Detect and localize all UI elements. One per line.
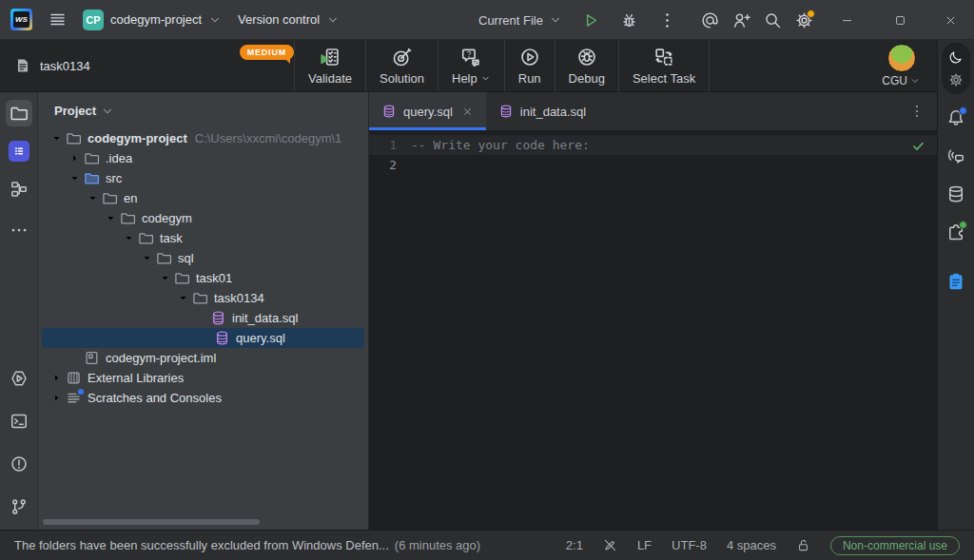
tree-item-path: C:\Users\xxcmi\codegym\1: [195, 131, 342, 145]
item-badge: [78, 389, 84, 395]
file-writable-icon[interactable]: [796, 538, 810, 552]
editor-tab-query.sql[interactable]: query.sql: [369, 92, 486, 130]
window-minimize-button[interactable]: [834, 8, 859, 32]
code-with-me-icon[interactable]: [701, 11, 719, 29]
settings-button[interactable]: [795, 11, 813, 29]
project-panel-header[interactable]: Project: [38, 92, 368, 128]
chevron-down-icon[interactable]: [84, 191, 102, 205]
run-button[interactable]: Run: [505, 40, 555, 91]
tree-item-label: src: [106, 171, 122, 185]
run-icon[interactable]: [582, 11, 600, 29]
license-badge[interactable]: Non-commercial use: [830, 536, 960, 555]
vcs-widget[interactable]: Version control: [238, 12, 340, 27]
left-tool-strip: [0, 92, 38, 530]
chevron-right-icon[interactable]: [48, 391, 66, 405]
tree-item-codegym[interactable]: codegym: [38, 208, 368, 228]
tree-item-en[interactable]: en: [38, 188, 368, 208]
user-menu[interactable]: CGU: [882, 44, 921, 87]
invite-user-icon[interactable]: [732, 11, 750, 29]
line-number: 2: [369, 155, 411, 175]
tree-item-codegym-project[interactable]: codegym-projectC:\Users\xxcmi\codegym\1: [38, 128, 368, 148]
dropdown-chevron-icon: [480, 73, 491, 84]
editor-tab-init_data.sql[interactable]: init_data.sql: [486, 92, 598, 130]
file-encoding[interactable]: UTF-8: [672, 538, 707, 552]
chevron-right-icon[interactable]: [48, 371, 66, 385]
run-icon: [519, 47, 540, 68]
close-icon: [945, 14, 957, 27]
maximize-icon: [894, 14, 906, 27]
clipboard-icon: [946, 272, 965, 291]
highlighting-off-icon[interactable]: [603, 538, 617, 552]
tree-item-label: task01: [196, 271, 232, 285]
chevron-down-icon[interactable]: [174, 291, 192, 305]
caret-position[interactable]: 2:1: [566, 538, 583, 552]
task-description-button[interactable]: [946, 272, 965, 291]
database-tool-button[interactable]: [946, 184, 965, 203]
button-label: Debug: [569, 71, 605, 86]
main-menu-icon[interactable]: [49, 10, 67, 29]
tree-item-task0134[interactable]: task0134: [38, 288, 368, 308]
search-everywhere-icon[interactable]: [764, 11, 782, 29]
button-label: Help: [452, 71, 477, 86]
code-line-1[interactable]: 1-- Write your code here:: [369, 135, 937, 155]
more-actions-icon[interactable]: [658, 11, 676, 29]
more-tool-windows-button[interactable]: [6, 217, 32, 243]
ai-assistant-button[interactable]: [946, 146, 965, 165]
problems-tool-button[interactable]: [6, 451, 32, 477]
tab-options-icon[interactable]: [909, 104, 925, 119]
project-switcher[interactable]: CP codegym-project: [83, 10, 222, 30]
chevron-down-icon[interactable]: [138, 251, 156, 265]
dark-theme-icon[interactable]: [948, 49, 964, 65]
db-icon: [381, 104, 397, 119]
chevron-down-icon[interactable]: [102, 211, 120, 225]
chevron-right-icon[interactable]: [66, 151, 84, 165]
chevron-down-icon[interactable]: [156, 271, 174, 285]
tree-item-external-libraries[interactable]: External Libraries: [38, 368, 368, 388]
structure-tool-button[interactable]: [6, 176, 32, 203]
window-close-button[interactable]: [938, 8, 963, 32]
terminal-tool-button[interactable]: [6, 408, 32, 434]
minimize-icon: [841, 14, 853, 27]
validate-button[interactable]: Validate: [295, 40, 366, 91]
folder-wrap: [174, 270, 196, 286]
theme-settings-icon[interactable]: [948, 72, 964, 87]
tree-item-scratches-and-consoles[interactable]: Scratches and Consoles: [38, 388, 368, 408]
select-task-button[interactable]: Select Task: [619, 40, 710, 91]
run-tool-button[interactable]: [6, 365, 32, 392]
tab-close-icon[interactable]: [461, 106, 474, 118]
version-control-tool-button[interactable]: [6, 493, 32, 520]
plugins-button[interactable]: [946, 222, 965, 241]
line-ending[interactable]: LF: [637, 538, 652, 552]
tree-item-query.sql[interactable]: query.sql: [42, 328, 364, 348]
debug-button[interactable]: Debug: [555, 40, 619, 91]
scratch-wrap: [66, 390, 88, 406]
solution-button[interactable]: Solution: [366, 40, 438, 91]
right-tool-strip: [937, 40, 974, 530]
tree-item-task01[interactable]: task01: [38, 268, 368, 288]
chevron-down-icon[interactable]: [66, 171, 84, 185]
tree-item-sql[interactable]: sql: [38, 248, 368, 268]
editor-body[interactable]: 1-- Write your code here:2: [369, 130, 937, 530]
folder-wrap: [156, 250, 178, 266]
chevron-down-icon: [909, 75, 921, 87]
debug-icon[interactable]: [620, 11, 638, 29]
tree-item-init-data.sql[interactable]: init_data.sql: [38, 308, 368, 328]
run-configuration-selector[interactable]: Current File: [478, 13, 562, 28]
indent-style[interactable]: 4 spaces: [727, 538, 776, 552]
code-line-2[interactable]: 2: [369, 155, 937, 175]
chevron-down-icon[interactable]: [120, 231, 138, 245]
help-button[interactable]: ?Help: [438, 40, 505, 91]
chevron-down-icon[interactable]: [48, 131, 66, 145]
inspections-ok-icon[interactable]: [911, 139, 925, 153]
tree-item-src[interactable]: src: [38, 168, 368, 188]
horizontal-scrollbar[interactable]: [43, 519, 260, 525]
current-task[interactable]: task0134 MEDIUM: [0, 40, 295, 91]
tree-item-.idea[interactable]: .idea: [38, 148, 368, 168]
project-tool-button[interactable]: [6, 100, 32, 126]
notifications-button[interactable]: [946, 108, 965, 127]
window-maximize-button[interactable]: [887, 8, 912, 32]
tree-item-codegym-project.iml[interactable]: codegym-project.iml: [38, 348, 368, 368]
codegym-tasks-button[interactable]: [9, 141, 29, 162]
tree-item-task[interactable]: task: [38, 228, 368, 248]
status-message[interactable]: The folders have been successfully exclu…: [14, 538, 389, 552]
